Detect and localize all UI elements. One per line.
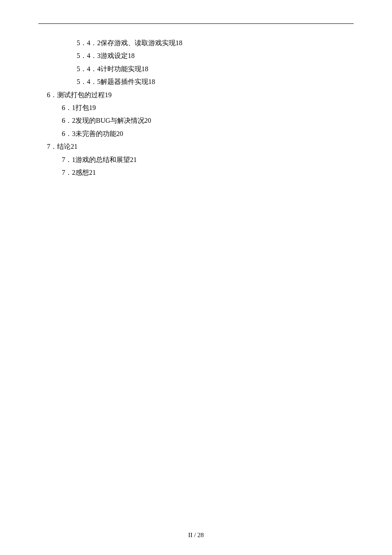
toc-entry: 7．1游戏的总结和展望21 bbox=[38, 153, 354, 166]
toc-title: 发现的BUG与解决情况 bbox=[75, 117, 144, 124]
toc-page: 19 bbox=[105, 91, 112, 98]
toc-title: 解题器插件实现 bbox=[101, 78, 148, 85]
page-number: II / 28 bbox=[188, 532, 204, 538]
page-content: . . . 5．4．2保存游戏、读取游戏实现18 5．4．3游戏设定18 5．4… bbox=[0, 0, 392, 205]
header-dots: . . . bbox=[181, 20, 211, 25]
toc-page: 21 bbox=[130, 156, 137, 163]
toc-entry: 6．2发现的BUG与解决情况20 bbox=[38, 114, 354, 127]
toc-number: 7．2 bbox=[62, 169, 75, 176]
toc-number: 5．4．4 bbox=[77, 65, 101, 72]
toc-title: 感想 bbox=[75, 169, 89, 176]
toc-number: 5．4．5 bbox=[77, 78, 101, 85]
toc-page: 18 bbox=[176, 39, 182, 46]
toc-page: 18 bbox=[128, 52, 135, 59]
toc-entry: 6．3未完善的功能20 bbox=[38, 127, 354, 140]
toc-page: 21 bbox=[71, 143, 78, 150]
toc-page: 20 bbox=[144, 117, 151, 124]
toc-title: 测试打包的过程 bbox=[57, 91, 105, 98]
toc-number: 7． bbox=[47, 143, 57, 150]
toc-title: 游戏设定 bbox=[101, 52, 128, 59]
toc-number: 5．4．2 bbox=[77, 39, 101, 46]
toc-title: 未完善的功能 bbox=[75, 130, 116, 137]
toc-title: 游戏的总结和展望 bbox=[75, 156, 130, 163]
header-rule: . . . bbox=[38, 23, 354, 24]
table-of-contents: 5．4．2保存游戏、读取游戏实现18 5．4．3游戏设定18 5．4．4计时功能… bbox=[38, 37, 354, 179]
toc-entry: 5．4．2保存游戏、读取游戏实现18 bbox=[38, 37, 354, 49]
toc-entry: 6．测试打包的过程19 bbox=[38, 89, 354, 101]
toc-entry: 7．2感想21 bbox=[38, 166, 354, 179]
toc-entry: 5．4．4计时功能实现18 bbox=[38, 63, 354, 75]
toc-entry: 7．结论21 bbox=[38, 140, 354, 153]
toc-number: 6． bbox=[47, 91, 57, 98]
toc-page: 18 bbox=[141, 65, 148, 72]
toc-number: 7．1 bbox=[62, 156, 75, 163]
toc-title: 计时功能实现 bbox=[101, 65, 141, 72]
toc-number: 6．1 bbox=[62, 104, 75, 111]
toc-page: 19 bbox=[89, 104, 96, 111]
toc-page: 21 bbox=[89, 169, 96, 176]
toc-number: 6．3 bbox=[62, 130, 75, 137]
toc-number: 5．4．3 bbox=[77, 52, 101, 59]
toc-page: 18 bbox=[148, 78, 155, 85]
toc-number: 6．2 bbox=[62, 117, 75, 124]
toc-page: 20 bbox=[116, 130, 123, 137]
toc-title: 结论 bbox=[57, 143, 71, 150]
toc-entry: 6．1打包19 bbox=[38, 101, 354, 114]
toc-title: 打包 bbox=[75, 104, 89, 111]
toc-title: 保存游戏、读取游戏实现 bbox=[101, 39, 176, 46]
page-footer: II / 28 bbox=[0, 532, 392, 539]
toc-entry: 5．4．5解题器插件实现18 bbox=[38, 75, 354, 88]
toc-entry: 5．4．3游戏设定18 bbox=[38, 49, 354, 62]
